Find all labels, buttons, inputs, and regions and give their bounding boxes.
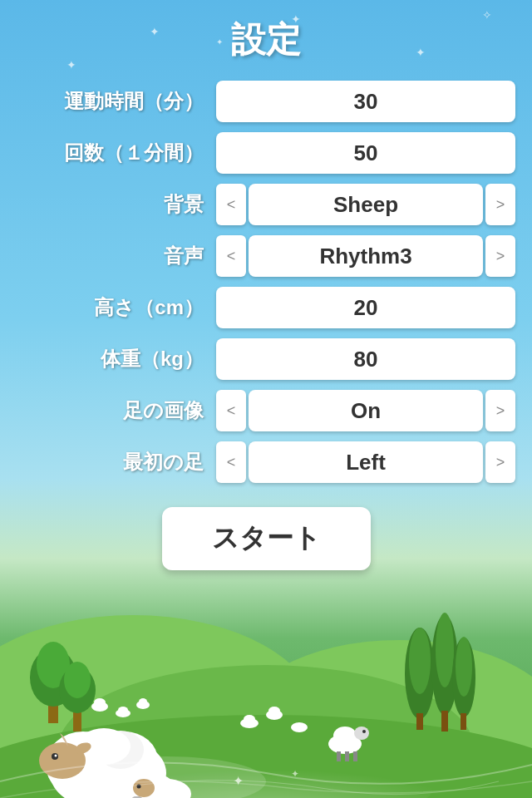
value-display-count-per-minute: 50 <box>216 132 515 174</box>
value-display-height: 20 <box>216 287 515 328</box>
setting-row-background: 背景<Sheep> <box>17 183 515 226</box>
setting-selector-first-foot: <Left> <box>216 441 515 483</box>
setting-label-height: 高さ（cm） <box>17 294 216 321</box>
main-content: 設定 運動時間（分）30回数（１分間）50背景<Sheep>音声<Rhythm3… <box>0 0 532 798</box>
prev-btn-first-foot[interactable]: < <box>216 441 246 483</box>
value-display-weight: 80 <box>216 338 515 380</box>
setting-label-first-foot: 最初の足 <box>17 449 216 475</box>
setting-row-count-per-minute: 回数（１分間）50 <box>17 131 515 175</box>
setting-selector-foot-image: <On> <box>216 390 515 431</box>
value-display-foot-image: On <box>249 390 483 431</box>
setting-label-count-per-minute: 回数（１分間） <box>17 140 216 166</box>
next-btn-foot-image[interactable]: > <box>485 390 515 431</box>
next-btn-sound[interactable]: > <box>485 235 515 277</box>
setting-label-exercise-time: 運動時間（分） <box>17 88 216 115</box>
page-title: 設定 <box>231 17 301 63</box>
setting-label-sound: 音声 <box>17 243 216 269</box>
prev-btn-background[interactable]: < <box>216 184 246 225</box>
setting-row-first-foot: 最初の足<Left> <box>17 441 515 484</box>
setting-row-weight: 体重（kg）80 <box>17 337 515 381</box>
setting-selector-background: <Sheep> <box>216 184 515 225</box>
setting-row-height: 高さ（cm）20 <box>17 286 515 329</box>
value-display-sound: Rhythm3 <box>249 235 483 277</box>
settings-container: 運動時間（分）30回数（１分間）50背景<Sheep>音声<Rhythm3>高さ… <box>17 80 515 492</box>
setting-row-exercise-time: 運動時間（分）30 <box>17 80 515 123</box>
setting-label-background: 背景 <box>17 191 216 218</box>
setting-selector-sound: <Rhythm3> <box>216 235 515 277</box>
setting-label-foot-image: 足の画像 <box>17 397 216 424</box>
value-display-background: Sheep <box>249 184 483 225</box>
setting-label-weight: 体重（kg） <box>17 346 216 372</box>
value-display-first-foot: Left <box>249 441 483 483</box>
start-button[interactable]: スタート <box>162 507 371 570</box>
setting-row-sound: 音声<Rhythm3> <box>17 234 515 278</box>
next-btn-background[interactable]: > <box>485 184 515 225</box>
prev-btn-sound[interactable]: < <box>216 235 246 277</box>
setting-row-foot-image: 足の画像<On> <box>17 389 515 432</box>
prev-btn-foot-image[interactable]: < <box>216 390 246 431</box>
next-btn-first-foot[interactable]: > <box>485 441 515 483</box>
value-display-exercise-time: 30 <box>216 81 515 122</box>
